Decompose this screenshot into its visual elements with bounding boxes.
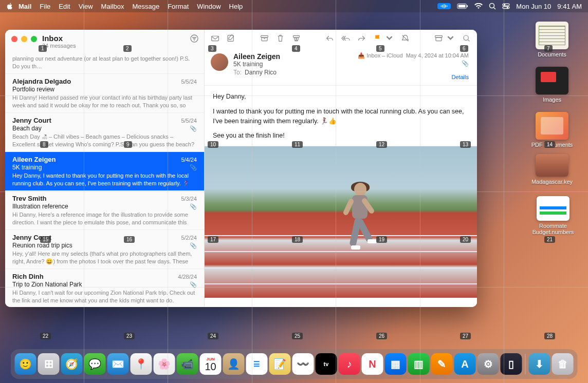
attachment-icon[interactable]: 📎	[358, 60, 469, 67]
menu-message[interactable]: Message	[132, 3, 159, 10]
mute-icon[interactable]	[401, 34, 410, 45]
grid-marker: 22	[40, 333, 51, 339]
move-chevron-icon[interactable]	[446, 34, 455, 45]
svg-rect-3	[445, 5, 446, 8]
voice-control-icon[interactable]	[437, 3, 451, 9]
dock-calendar[interactable]: JUN10	[200, 353, 222, 375]
filter-icon[interactable]	[190, 34, 199, 45]
control-center-icon[interactable]	[502, 3, 510, 9]
grid-marker: 24	[208, 333, 218, 339]
body-line: I wanted to thank you for putting me in …	[213, 107, 469, 126]
apple-logo-icon[interactable]	[6, 3, 13, 10]
search-icon[interactable]	[462, 34, 471, 45]
dock-launchpad[interactable]: ⊞	[38, 353, 60, 375]
compose-icon[interactable]	[211, 34, 219, 45]
reply-all-icon[interactable]	[341, 34, 350, 45]
message-row[interactable]: Rich Dinh4/28/24Trip to Zion National Pa…	[5, 269, 204, 307]
menu-edit[interactable]: Edit	[59, 3, 70, 10]
message-row[interactable]: planning our next adventure (or at least…	[5, 52, 204, 74]
message-view-pane: Aileen Zeigen 5K training To:Danny Rico …	[205, 30, 477, 307]
dock-reminders[interactable]: ☰	[246, 353, 268, 375]
dock-contacts[interactable]: 👤	[223, 353, 245, 375]
svg-rect-2	[444, 4, 445, 8]
menu-app[interactable]: Mail	[19, 3, 31, 10]
minimize-button[interactable]	[21, 36, 27, 42]
message-row[interactable]: Jenny Court5/5/24Beach day📎Beach Day 🏖 –…	[5, 113, 204, 152]
details-link[interactable]: Details	[358, 74, 469, 80]
wifi-icon[interactable]	[474, 3, 483, 9]
message-row[interactable]: Aileen Zeigen5/4/245K training📎Hey Danny…	[5, 152, 204, 191]
dock-separator	[525, 354, 526, 374]
dock-keynote[interactable]: ▦	[385, 353, 407, 375]
battery-icon[interactable]	[457, 3, 468, 9]
mail-window: Inbox 34 messages planning our next adve…	[5, 30, 477, 307]
menubar-date[interactable]: Mon Jun 10	[516, 3, 551, 10]
svg-line-9	[494, 8, 496, 10]
svg-rect-23	[293, 35, 300, 37]
message-row[interactable]: Trev Smith5/3/24Illustration reference📎H…	[5, 191, 204, 230]
desktop-label: Madagascar.key	[530, 179, 574, 185]
dock-photos[interactable]: 🌸	[154, 353, 175, 375]
svg-rect-7	[467, 5, 468, 7]
dock-trash[interactable]: 🗑	[552, 353, 574, 375]
menu-file[interactable]: File	[40, 3, 50, 10]
dock-finder[interactable]: 🙂	[15, 353, 36, 375]
sender-avatar[interactable]	[211, 53, 228, 71]
desktop-folder-images[interactable]: Images	[530, 67, 574, 103]
dock-pages[interactable]: ✎	[431, 353, 453, 375]
archive-icon[interactable]	[260, 34, 269, 45]
junk-icon[interactable]	[292, 34, 301, 45]
message-row[interactable]: Alejandra Delgado5/5/24Portfolio reviewH…	[5, 74, 204, 113]
zoom-button[interactable]	[31, 36, 37, 42]
flag-chevron-icon[interactable]	[385, 34, 394, 45]
dock-news[interactable]: N	[362, 353, 383, 375]
dock-mail[interactable]: ✉️	[107, 353, 129, 375]
message-row[interactable]: Jenny Court5/2/24Reunion road trip pics📎…	[5, 230, 204, 269]
trash-icon[interactable]	[276, 34, 285, 45]
dock-numbers[interactable]: ▥	[408, 353, 430, 375]
menu-help[interactable]: Help	[229, 3, 243, 10]
close-button[interactable]	[11, 36, 17, 42]
dock-maps[interactable]: 📍	[131, 353, 152, 375]
dock-safari[interactable]: 🧭	[61, 353, 83, 375]
new-message-icon[interactable]	[227, 34, 235, 45]
dock-freeform[interactable]: 〰️	[292, 353, 314, 375]
forward-icon[interactable]	[357, 34, 366, 45]
dock-tv[interactable]: tv	[316, 353, 337, 375]
dock-settings[interactable]: ⚙	[477, 353, 499, 375]
dock-appstore[interactable]: A	[454, 353, 476, 375]
grid-marker: 26	[376, 333, 387, 339]
menu-window[interactable]: Window	[197, 3, 220, 10]
menubar-time[interactable]: 9:41 AM	[557, 3, 582, 10]
menu-mailbox[interactable]: Mailbox	[101, 3, 124, 10]
desktop-folder-pdf[interactable]: PDF Documents	[530, 112, 574, 148]
dock-iphone-mirror[interactable]: ▯	[501, 353, 522, 375]
grid-marker: 27	[460, 333, 471, 339]
spotlight-icon[interactable]	[489, 3, 496, 10]
dock-facetime[interactable]: 📹	[177, 353, 198, 375]
message-header: Aileen Zeigen 5K training To:Danny Rico …	[205, 48, 477, 86]
svg-line-27	[468, 40, 469, 41]
flag-icon[interactable]	[373, 34, 382, 45]
desktop-file-numbers[interactable]: Roommate Budget.numbers	[531, 196, 575, 235]
desktop-label: Images	[530, 97, 574, 103]
svg-rect-18	[212, 36, 219, 41]
move-icon[interactable]	[434, 34, 443, 45]
desktop-file-keynote[interactable]: Madagascar.key	[530, 154, 574, 185]
dock-notes[interactable]: 📝	[269, 353, 291, 375]
dock-messages[interactable]: 💬	[84, 353, 106, 375]
desktop-folder-documents[interactable]: Documents	[530, 22, 574, 58]
menu-format[interactable]: Format	[168, 3, 189, 10]
svg-point-8	[490, 4, 494, 8]
svg-rect-0	[441, 6, 442, 7]
desktop-label: Roommate Budget.numbers	[531, 223, 575, 235]
runner-figure	[341, 183, 382, 285]
dock-music[interactable]: ♪	[339, 353, 360, 375]
dock-downloads[interactable]: ⬇	[529, 353, 550, 375]
reply-icon[interactable]	[325, 34, 334, 45]
menu-view[interactable]: View	[79, 3, 93, 10]
header-from: Aileen Zeigen	[233, 52, 353, 61]
grid-marker: 23	[124, 333, 135, 339]
svg-point-13	[507, 7, 508, 8]
body-line: Hey Danny,	[213, 92, 469, 102]
